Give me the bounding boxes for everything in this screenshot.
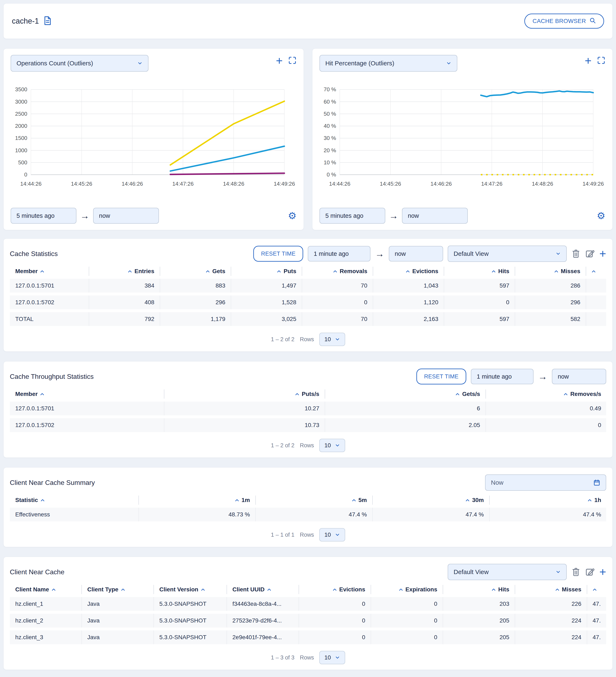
add-view-icon[interactable]: + (599, 568, 606, 576)
rows-per-page-select[interactable]: 10 (319, 528, 345, 541)
add-chart-icon[interactable]: + (585, 57, 591, 65)
column-header-statistic[interactable]: Statistic (10, 496, 139, 505)
chevron-down-icon (137, 60, 143, 66)
metric-select-hit-percentage[interactable]: Hit Percentage (Outliers) (319, 55, 457, 72)
column-header-member[interactable]: Member (10, 390, 164, 399)
edit-icon (585, 567, 595, 577)
column-header-puts-s[interactable]: Puts/s (164, 390, 325, 399)
edit-view-button[interactable] (585, 567, 595, 577)
operations-count-chart-card: Operations Count (Outliers) + 14:44:2614… (3, 48, 304, 230)
column-header-evictions[interactable]: Evictions (373, 267, 444, 276)
view-select[interactable]: Default View (448, 564, 567, 580)
column-header-removes-s[interactable]: Removes/s (486, 390, 606, 399)
column-label: Expirations (405, 586, 437, 593)
column-label: Client Name (15, 586, 49, 593)
column-header-1h[interactable]: 1h (490, 496, 606, 505)
reset-time-button[interactable]: RESET TIME (253, 246, 303, 262)
svg-text:14:46:26: 14:46:26 (122, 180, 143, 187)
table-header-row: Statistic1m5m30m1h (10, 496, 606, 505)
column-header-member[interactable]: Member (10, 267, 89, 276)
svg-text:1500: 1500 (15, 135, 27, 141)
svg-text:3000: 3000 (15, 98, 27, 105)
range-from-input[interactable] (308, 246, 370, 262)
sort-caret-icon (52, 588, 56, 591)
fullscreen-icon[interactable] (597, 56, 605, 65)
column-header-misses[interactable]: Misses (515, 267, 586, 276)
view-select[interactable]: Default View (448, 245, 567, 262)
fullscreen-icon[interactable] (288, 56, 297, 65)
range-from-input[interactable] (471, 369, 533, 384)
range-to-input[interactable] (93, 208, 159, 224)
range-to-input[interactable] (552, 369, 606, 384)
range-to-input[interactable] (389, 246, 443, 262)
column-header-extra[interactable] (587, 585, 606, 594)
svg-text:14:45:26: 14:45:26 (71, 180, 92, 187)
gear-icon[interactable]: ⚙ (288, 211, 297, 221)
column-header-gets-s[interactable]: Gets/s (325, 390, 486, 399)
edit-view-button[interactable] (585, 249, 595, 259)
svg-text:20 %: 20 % (324, 147, 336, 153)
svg-text:14:48:26: 14:48:26 (223, 180, 244, 187)
sort-caret-icon (587, 499, 592, 502)
cell: 205 (443, 614, 515, 628)
reset-time-button[interactable]: RESET TIME (416, 369, 466, 385)
column-header-expirations[interactable]: Expirations (371, 585, 443, 594)
document-icon[interactable] (43, 16, 52, 26)
table-row: 127.0.0.1:570210.732.050 (10, 418, 606, 432)
cell: 0 (444, 296, 515, 309)
column-label: Hits (498, 586, 509, 593)
column-header-client-type[interactable]: Client Type (82, 585, 154, 594)
sort-caret-icon (333, 270, 337, 273)
column-header-removals[interactable]: Removals (302, 267, 373, 276)
metric-select-operations[interactable]: Operations Count (Outliers) (11, 55, 148, 72)
sort-caret-icon (555, 588, 560, 591)
column-header-misses[interactable]: Misses (515, 585, 587, 594)
column-label: Client UUID (232, 586, 265, 593)
rows-per-page-select[interactable]: 10 (319, 333, 345, 346)
sort-caret-icon (201, 588, 205, 591)
add-view-icon[interactable]: + (599, 250, 606, 258)
pagination-range: 1 – 2 of 2 (271, 442, 295, 449)
column-header-hits[interactable]: Hits (444, 267, 515, 276)
rows-per-page-select[interactable]: 10 (319, 439, 345, 452)
column-label: 1h (594, 497, 601, 503)
column-header-extra[interactable] (586, 267, 606, 276)
column-label: Member (15, 391, 38, 397)
add-chart-icon[interactable]: + (276, 57, 283, 65)
search-icon (589, 17, 596, 25)
rows-per-page-value: 10 (324, 442, 331, 449)
column-header-5m[interactable]: 5m (256, 496, 373, 505)
column-header-30m[interactable]: 30m (373, 496, 490, 505)
cell: 47.4 % (256, 508, 373, 522)
cache-browser-button[interactable]: CACHE BROWSER (524, 13, 604, 29)
range-from-input[interactable] (319, 208, 385, 224)
range-from-input[interactable] (11, 208, 77, 224)
table-header-row: MemberEntriesGetsPutsRemovalsEvictionsHi… (10, 267, 606, 276)
column-header-client-uuid[interactable]: Client UUID (227, 585, 299, 594)
sort-caret-icon (121, 588, 125, 591)
gear-icon[interactable]: ⚙ (597, 211, 605, 221)
column-label: Hits (498, 268, 509, 275)
column-header-evictions[interactable]: Evictions (299, 585, 371, 594)
column-header-hits[interactable]: Hits (443, 585, 515, 594)
range-to-input[interactable] (402, 208, 468, 224)
column-header-gets[interactable]: Gets (160, 267, 231, 276)
cell: Java (82, 597, 154, 611)
column-label: Client Type (87, 586, 119, 593)
cell: 127.0.0.1:5702 (10, 418, 164, 432)
delete-view-button[interactable] (571, 249, 580, 259)
chevron-down-icon (335, 532, 340, 538)
time-point-select[interactable]: Now (485, 475, 606, 491)
pagination-range: 1 – 1 of 1 (271, 532, 295, 538)
delete-view-button[interactable] (571, 567, 580, 577)
column-header-client-version[interactable]: Client Version (154, 585, 227, 594)
column-header-puts[interactable]: Puts (231, 267, 302, 276)
page-header: cache-1 CACHE BROWSER (3, 3, 613, 39)
column-header-client-name[interactable]: Client Name (10, 585, 82, 594)
column-header-entries[interactable]: Entries (89, 267, 160, 276)
cell: 47.4 % (490, 508, 606, 522)
rows-per-page-select[interactable]: 10 (319, 651, 345, 664)
sort-caret-icon (206, 270, 210, 273)
sort-caret-icon (491, 270, 496, 273)
column-header-1m[interactable]: 1m (139, 496, 256, 505)
